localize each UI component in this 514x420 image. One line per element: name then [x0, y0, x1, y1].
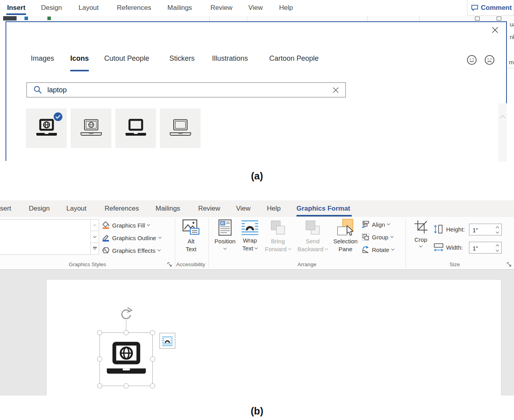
tab-mailings[interactable]: Mailings — [167, 4, 192, 12]
selection-pane-button[interactable]: Selection Pane — [332, 218, 359, 253]
layout-options-wrap-icon — [162, 336, 173, 346]
gallery-scroll-buttons — [90, 219, 99, 255]
clipped-text-fragment: ml — [509, 59, 514, 65]
tab-insert-clipped[interactable]: sert — [0, 205, 11, 213]
width-input[interactable] — [472, 243, 495, 254]
graphics-fill-button[interactable]: Graphics Fill — [102, 220, 150, 230]
dialog-tab-icons[interactable]: Icons — [70, 54, 89, 63]
crop-icon — [413, 219, 428, 234]
height-decrease[interactable] — [496, 230, 499, 233]
tab-design[interactable]: Design — [29, 205, 50, 213]
caption-a: (a) — [0, 170, 514, 182]
wrap-text-button[interactable]: Wrap Text — [238, 219, 262, 252]
tab-review[interactable]: Review — [198, 205, 220, 213]
bring-forward-icon — [270, 219, 286, 236]
graphics-styles-dialog-launcher-icon[interactable] — [167, 262, 172, 267]
dialog-tab-illustrations[interactable]: Illustrations — [212, 54, 248, 63]
selection-handle[interactable] — [97, 330, 102, 335]
alt-text-button[interactable]: Alt Text — [178, 219, 204, 253]
tab-view[interactable]: View — [236, 205, 251, 213]
dialog-scrollbar[interactable] — [498, 103, 507, 162]
frowny-face-icon[interactable] — [484, 55, 495, 65]
scroll-up-icon[interactable] — [500, 115, 505, 121]
selection-handle[interactable] — [150, 330, 155, 335]
icon-result-laptop-outline[interactable] — [160, 108, 201, 148]
icon-result-laptop-globe-outline[interactable] — [71, 108, 111, 148]
width-increase[interactable] — [496, 245, 499, 248]
comment-icon — [471, 4, 478, 11]
tab-design[interactable]: Design — [41, 4, 62, 12]
dialog-tab-stickers[interactable]: Stickers — [169, 54, 195, 63]
clipped-text-fragment: ua — [510, 21, 514, 28]
ribbon-b: Graphics Fill Graphics Outline Graphics … — [0, 217, 514, 270]
search-icon — [33, 85, 43, 95]
width-row: Width: — [433, 242, 463, 252]
dialog-tab-cutout-people[interactable]: Cutout People — [104, 54, 149, 63]
gallery-more-button[interactable] — [90, 243, 99, 255]
tab-help[interactable]: Help — [267, 205, 281, 213]
bring-forward-button: Bring Forward — [263, 219, 293, 253]
group-icon — [362, 233, 370, 241]
tab-view[interactable]: View — [248, 4, 263, 12]
height-increase[interactable] — [496, 226, 499, 230]
search-input[interactable] — [47, 86, 285, 95]
rotate-icon — [362, 246, 370, 254]
crop-button[interactable]: Crop — [411, 219, 430, 248]
layout-options-button[interactable] — [159, 333, 175, 349]
graphics-outline-button[interactable]: Graphics Outline — [102, 233, 161, 243]
selected-laptop-graphic[interactable] — [102, 341, 150, 378]
active-dialog-tab-underline — [70, 70, 89, 71]
dialog-tab-images[interactable]: Images — [31, 54, 54, 63]
tab-graphics-format[interactable]: Graphics Format — [296, 205, 350, 213]
selection-handle[interactable] — [150, 357, 155, 362]
search-box — [26, 82, 346, 97]
smiley-face-icon[interactable] — [467, 55, 477, 65]
width-decrease[interactable] — [496, 248, 499, 252]
tab-mailings[interactable]: Mailings — [156, 205, 180, 213]
align-icon — [362, 220, 370, 228]
selection-pane-label-line2: Pane — [338, 245, 352, 253]
gallery-down-button[interactable] — [90, 231, 99, 243]
icon-result-laptop-solid[interactable] — [115, 108, 156, 148]
close-icon[interactable] — [491, 26, 499, 34]
wrap-text-icon — [241, 219, 259, 235]
send-backward-button: Send Backward — [295, 219, 330, 253]
dialog-tab-cartoon-people[interactable]: Cartoon People — [269, 54, 319, 63]
icon-result-laptop-globe-solid[interactable] — [26, 108, 67, 148]
crop-label: Crop — [415, 236, 428, 244]
clipped-line-fragment — [508, 68, 514, 68]
tab-layout[interactable]: Layout — [66, 205, 86, 213]
selection-handle[interactable] — [124, 383, 129, 388]
gallery-up-button[interactable] — [90, 219, 99, 231]
tab-references[interactable]: References — [117, 4, 151, 12]
height-input[interactable] — [472, 224, 495, 235]
size-dialog-launcher-icon[interactable] — [506, 262, 512, 267]
clear-search-icon[interactable] — [332, 87, 339, 93]
rotate-handle-icon[interactable] — [118, 307, 133, 320]
graphics-effects-button[interactable]: Graphics Effects — [102, 245, 160, 256]
group-button[interactable]: Group — [362, 232, 393, 242]
selection-handle[interactable] — [97, 383, 102, 388]
laptop-solid-icon — [123, 118, 148, 138]
send-backward-icon — [304, 219, 321, 236]
rotate-button[interactable]: Rotate — [362, 245, 394, 255]
laptop-globe-outline-icon — [79, 118, 104, 138]
tab-layout[interactable]: Layout — [79, 4, 99, 12]
background-ribbon-sliver — [0, 16, 514, 21]
tab-review[interactable]: Review — [210, 4, 233, 12]
tab-references[interactable]: References — [105, 205, 139, 213]
align-label: Align — [372, 221, 385, 228]
send-backward-label-line1: Send — [306, 237, 319, 245]
group-label-size: Size — [405, 261, 504, 267]
comment-button[interactable]: Comment — [467, 0, 514, 16]
selection-handle[interactable] — [124, 330, 129, 335]
selection-handle[interactable] — [97, 357, 102, 362]
laptop-outline-icon — [168, 118, 193, 138]
height-icon — [433, 224, 444, 234]
position-button[interactable]: Position — [212, 219, 238, 250]
align-button[interactable]: Align — [362, 219, 390, 230]
selection-pane-label-line1: Selection — [333, 237, 358, 245]
tab-insert[interactable]: Insert — [7, 4, 25, 12]
tab-help[interactable]: Help — [279, 4, 293, 12]
selection-handle[interactable] — [150, 383, 155, 388]
